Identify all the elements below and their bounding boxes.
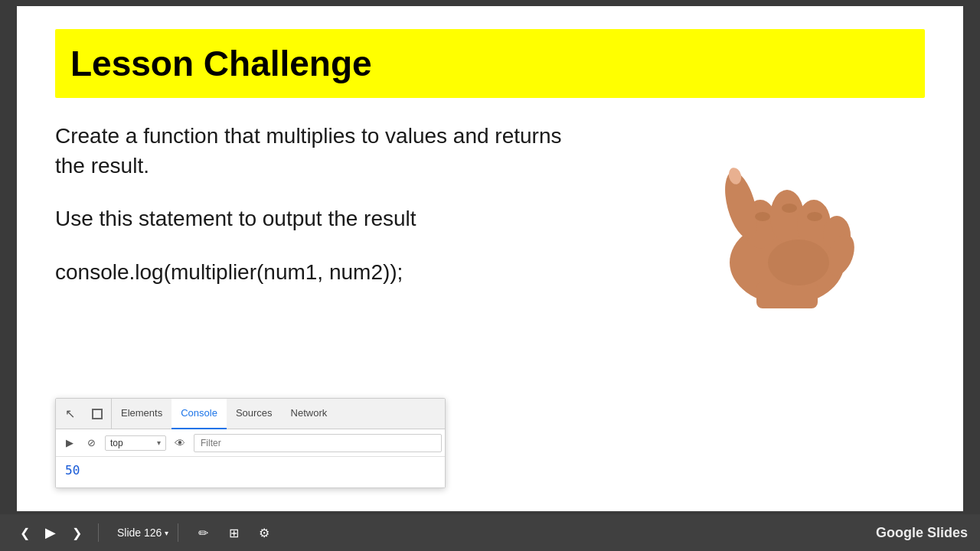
play-presentation-btn[interactable]: ▶ <box>37 519 64 546</box>
svg-point-11 <box>768 240 829 285</box>
box-icon <box>92 409 103 419</box>
next-arrow-icon: ❯ <box>72 526 82 540</box>
devtools-toolbar: ▶ ⊘ top ▾ 👁 <box>56 429 445 457</box>
devtools-output: 50 <box>56 457 445 487</box>
cursor-icon: ↖ <box>65 406 75 421</box>
toolbar-sep-1 <box>98 523 99 542</box>
play-small-icon: ▶ <box>66 437 74 448</box>
bottom-toolbar: ❮ ▶ ❯ Slide 126 ▾ ✏ ⊞ ⚙ Google Slides <box>0 514 980 551</box>
slide-content: Create a function that multiplies to val… <box>55 121 925 310</box>
hand-image <box>680 113 894 312</box>
prev-slide-btn[interactable]: ❮ <box>12 520 37 545</box>
settings-btn[interactable]: ⚙ <box>252 520 276 545</box>
tab-network[interactable]: Network <box>282 399 337 429</box>
slide-canvas: Lesson Challenge Create a function that … <box>17 6 963 511</box>
context-selector[interactable]: top ▾ <box>105 435 166 451</box>
eye-icon: 👁 <box>175 437 185 449</box>
next-slide-btn[interactable]: ❯ <box>64 520 89 545</box>
execute-btn[interactable]: ▶ <box>59 432 80 454</box>
grid-icon: ⊞ <box>229 526 239 540</box>
svg-point-6 <box>755 212 770 221</box>
filter-input[interactable] <box>194 434 442 452</box>
brand-logo: Google Slides <box>876 525 968 541</box>
slide-indicator[interactable]: Slide 126 ▾ <box>117 527 168 539</box>
tab-console[interactable]: Console <box>172 399 227 429</box>
slide-dropdown-icon: ▾ <box>165 529 168 537</box>
code-statement: console.log(multiplier(num1, num2)); <box>55 257 576 287</box>
svg-rect-10 <box>756 282 818 308</box>
output-value: 50 <box>65 463 80 478</box>
box-icon-btn[interactable] <box>83 399 111 429</box>
tab-sources[interactable]: Sources <box>227 399 282 429</box>
tab-elements[interactable]: Elements <box>112 399 172 429</box>
gear-icon: ⚙ <box>259 526 270 540</box>
layout-tool-btn[interactable]: ⊞ <box>221 520 246 545</box>
pen-icon: ✏ <box>198 526 208 540</box>
paragraph-1: Create a function that multiplies to val… <box>55 121 576 181</box>
paragraph-2: Use this statement to output the result <box>55 204 576 233</box>
toolbar-sep-2 <box>178 523 178 542</box>
chevron-down-icon: ▾ <box>157 439 161 447</box>
cursor-icon-btn[interactable]: ↖ <box>56 399 83 429</box>
clear-btn[interactable]: ⊘ <box>80 432 102 454</box>
devtools-panel: ↖ Elements Console Sources Network ▶ <box>55 398 446 488</box>
devtools-tabs-bar: ↖ Elements Console Sources Network <box>56 399 445 429</box>
slide-text-block: Create a function that multiplies to val… <box>55 121 576 310</box>
eye-btn[interactable]: 👁 <box>169 432 191 454</box>
svg-point-7 <box>782 204 797 213</box>
pen-tool-btn[interactable]: ✏ <box>191 520 215 545</box>
svg-point-8 <box>807 212 822 221</box>
play-icon: ▶ <box>45 524 56 541</box>
slide-label: Slide 126 <box>117 527 162 539</box>
slide-title: Lesson Challenge <box>70 43 910 84</box>
slide-header-banner: Lesson Challenge <box>55 29 925 98</box>
prev-arrow-icon: ❮ <box>20 526 30 540</box>
ban-icon: ⊘ <box>87 437 96 448</box>
